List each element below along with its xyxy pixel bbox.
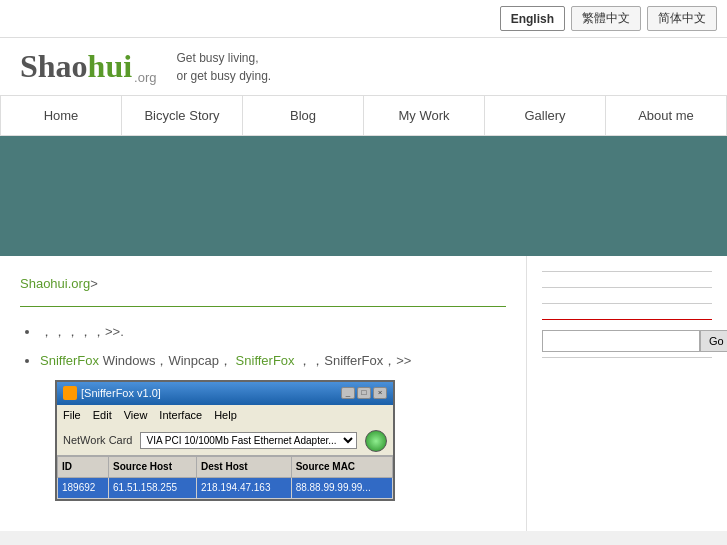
logo-shao: Shao	[20, 48, 88, 85]
lang-traditional-chinese[interactable]: 繁體中文	[571, 6, 641, 31]
search-input[interactable]	[542, 330, 700, 352]
breadcrumb-separator: >	[90, 276, 98, 291]
tagline: Get busy living, or get busy dying.	[176, 49, 271, 85]
content-list: ，，，，，>>. SnifferFox Windows，Winpcap， Sni…	[20, 322, 506, 501]
breadcrumb: Shaohui.org>	[20, 276, 506, 291]
netcard-label: NetWork Card	[63, 432, 132, 450]
packet-table: ID Source Host Dest Host Source MAC 1896…	[57, 456, 393, 499]
list-item-2: SnifferFox Windows，Winpcap， SnifferFox ，…	[40, 351, 506, 501]
col-source: Source Host	[109, 456, 197, 477]
lang-english[interactable]: English	[500, 6, 565, 31]
nav-item-bicycle[interactable]: Bicycle Story	[122, 96, 243, 135]
breadcrumb-link[interactable]: Shaohui.org	[20, 276, 90, 291]
content-divider	[20, 306, 506, 307]
logo-org: .org	[134, 70, 156, 85]
sidebar: Go	[527, 256, 727, 531]
sniffer-win-controls: _ □ ×	[341, 387, 387, 399]
nav-item-blog[interactable]: Blog	[243, 96, 364, 135]
snifferfox-link[interactable]: SnifferFox	[40, 353, 99, 368]
search-box: Go	[542, 330, 712, 352]
sniffer-toolbar: NetWork Card VIA PCI 10/100Mb Fast Ether…	[57, 427, 393, 456]
sidebar-line3	[542, 303, 712, 304]
sidebar-top-line	[542, 271, 712, 272]
nav-item-home[interactable]: Home	[0, 96, 122, 135]
col-dest: Dest Host	[196, 456, 291, 477]
sidebar-line2	[542, 287, 712, 288]
lang-simplified-chinese[interactable]: 简体中文	[647, 6, 717, 31]
col-id: ID	[58, 456, 109, 477]
logo[interactable]: Shao hui .org	[20, 48, 156, 85]
cell-source: 61.51.158.255	[109, 477, 197, 498]
sniffer-menubar: File Edit View Interface Help	[57, 405, 393, 427]
sniffer-title-text: [SnifferFox v1.0]	[81, 385, 161, 403]
sidebar-line4	[542, 357, 712, 358]
nav-item-gallery[interactable]: Gallery	[485, 96, 606, 135]
minimize-btn[interactable]: _	[341, 387, 355, 399]
search-button[interactable]: Go	[700, 330, 727, 352]
main-wrapper: Shaohui.org> ，，，，，>>. SnifferFox Windows…	[0, 256, 727, 531]
menu-edit[interactable]: Edit	[93, 407, 112, 425]
main-nav: Home Bicycle Story Blog My Work Gallery …	[0, 95, 727, 136]
cell-id: 189692	[58, 477, 109, 498]
menu-view[interactable]: View	[124, 407, 148, 425]
list-item-2-text2: ，，SnifferFox，>>	[298, 353, 411, 368]
sniffer-titlebar-left: [SnifferFox v1.0]	[63, 385, 161, 403]
site-header: Shao hui .org Get busy living, or get bu…	[0, 38, 727, 95]
sniffer-window: [SnifferFox v1.0] _ □ × File Edit View I…	[55, 380, 395, 501]
content-area: Shaohui.org> ，，，，，>>. SnifferFox Windows…	[0, 256, 527, 531]
sniffer-titlebar: [SnifferFox v1.0] _ □ ×	[57, 382, 393, 406]
col-mac: Source MAC	[291, 456, 392, 477]
cell-dest: 218.194.47.163	[196, 477, 291, 498]
list-item-1: ，，，，，>>.	[40, 322, 506, 343]
sidebar-red-line	[542, 319, 712, 320]
list-item-1-text: ，，，，，>>.	[40, 324, 124, 339]
nav-item-mywork[interactable]: My Work	[364, 96, 485, 135]
maximize-btn[interactable]: □	[357, 387, 371, 399]
menu-interface[interactable]: Interface	[159, 407, 202, 425]
sniffer-icon	[63, 386, 77, 400]
language-bar: English 繁體中文 简体中文	[0, 0, 727, 38]
hero-banner	[0, 136, 727, 256]
nav-item-aboutme[interactable]: About me	[606, 96, 727, 135]
netcard-select[interactable]: VIA PCI 10/100Mb Fast Ethernet Adapter..…	[140, 432, 357, 449]
menu-help[interactable]: Help	[214, 407, 237, 425]
go-button[interactable]	[365, 430, 387, 452]
menu-file[interactable]: File	[63, 407, 81, 425]
close-btn[interactable]: ×	[373, 387, 387, 399]
list-item-2-text: Windows，Winpcap，	[103, 353, 232, 368]
cell-mac: 88.88.99.99.99...	[291, 477, 392, 498]
table-row: 189692 61.51.158.255 218.194.47.163 88.8…	[58, 477, 393, 498]
snifferfox-link2[interactable]: SnifferFox	[236, 353, 295, 368]
logo-hui: hui	[88, 48, 132, 85]
